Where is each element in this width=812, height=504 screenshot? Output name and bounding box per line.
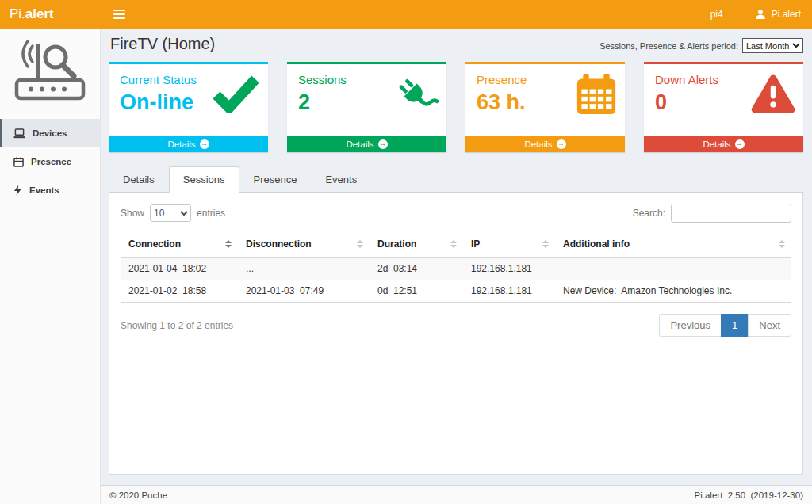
page-title: FireTV (Home) bbox=[109, 35, 215, 53]
show-label: Show bbox=[121, 208, 144, 219]
col-disconnection[interactable]: Disconnection bbox=[238, 231, 370, 258]
sidebar-item-events[interactable]: Events bbox=[0, 176, 100, 204]
sort-icon bbox=[779, 240, 785, 248]
period-label: Sessions, Presence & Alerts period: bbox=[599, 41, 738, 51]
version-label: Pi.alert 2.50 (2019-12-30) bbox=[695, 491, 803, 500]
pagination: Previous 1 Next bbox=[660, 314, 791, 337]
sessions-panel: Show 10 entries Search: bbox=[109, 193, 803, 475]
bolt-icon bbox=[13, 185, 22, 196]
warning-icon bbox=[751, 74, 795, 116]
summary-cards: Current Status On-line Details→ bbox=[109, 62, 803, 152]
card-down-alerts: Down Alerts 0 Details→ bbox=[644, 62, 803, 152]
arrow-right-icon: → bbox=[200, 139, 209, 149]
card-current-status: Current Status On-line Details→ bbox=[109, 62, 268, 152]
table-row: 2021-01-04 18:02 ... 2d 03:14 192.168.1.… bbox=[121, 258, 791, 281]
page-length-select[interactable]: 10 bbox=[150, 204, 191, 222]
card-details-link[interactable]: Details→ bbox=[644, 136, 803, 152]
sidebar-item-label: Events bbox=[29, 185, 59, 195]
hamburger-icon[interactable] bbox=[101, 0, 137, 29]
sort-icon bbox=[542, 240, 549, 248]
sessions-table: Connection Disconnection Duration bbox=[121, 231, 791, 303]
card-details-link[interactable]: Details→ bbox=[287, 136, 446, 152]
router-magnifier-icon bbox=[12, 40, 88, 101]
cell-connection: 2021-01-04 18:02 bbox=[121, 258, 238, 281]
cell-disconnection: ... bbox=[238, 258, 370, 281]
cell-additional-info bbox=[555, 258, 791, 281]
sidebar-item-label: Presence bbox=[31, 157, 71, 166]
brand-prefix: Pi. bbox=[10, 6, 25, 22]
brand-logo[interactable]: Pi.alert bbox=[0, 0, 101, 29]
sort-icon bbox=[450, 240, 457, 248]
app-footer: © 2020 Puche Pi.alert 2.50 (2019-12-30) bbox=[101, 485, 812, 504]
check-icon bbox=[211, 74, 260, 116]
card-sessions: Sessions 2 bbox=[287, 62, 446, 152]
col-connection[interactable]: Connection bbox=[121, 231, 238, 258]
pagination-next-button[interactable]: Next bbox=[748, 314, 791, 337]
tab-sessions[interactable]: Sessions bbox=[169, 166, 239, 193]
calendar-icon bbox=[13, 157, 24, 167]
pagination-page-1-button[interactable]: 1 bbox=[721, 314, 749, 337]
cell-ip: 192.168.1.181 bbox=[463, 258, 555, 281]
sidebar-nav: Devices Presence Events bbox=[0, 119, 100, 204]
cell-duration: 2d 03:14 bbox=[370, 258, 463, 281]
devices-icon bbox=[13, 128, 25, 139]
search-label: Search: bbox=[633, 208, 665, 219]
tab-presence[interactable]: Presence bbox=[239, 166, 312, 193]
cell-disconnection: 2021-01-03 07:49 bbox=[238, 280, 370, 303]
table-info: Showing 1 to 2 of 2 entries bbox=[121, 320, 233, 331]
arrow-right-icon: → bbox=[378, 139, 388, 149]
sidebar-item-devices[interactable]: Devices bbox=[0, 119, 100, 147]
cell-connection: 2021-01-02 18:58 bbox=[121, 280, 238, 303]
main-content: FireTV (Home) Sessions, Presence & Alert… bbox=[101, 29, 812, 485]
detail-tabs: Details Sessions Presence Events bbox=[109, 166, 803, 193]
user-name-label: Pi.alert bbox=[772, 9, 801, 20]
tab-events[interactable]: Events bbox=[311, 166, 371, 193]
arrow-right-icon: → bbox=[735, 139, 745, 149]
sidebar: Devices Presence Events bbox=[0, 29, 101, 504]
card-details-link[interactable]: Details→ bbox=[109, 136, 268, 152]
pagination-previous-button[interactable]: Previous bbox=[659, 314, 722, 337]
copyright-label: © 2020 Puche bbox=[109, 491, 167, 500]
col-ip[interactable]: IP bbox=[463, 231, 555, 258]
user-menu[interactable]: Pi.alert bbox=[744, 0, 812, 29]
top-navbar: Pi.alert pi4 Pi.alert bbox=[0, 0, 812, 29]
cell-ip: 192.168.1.181 bbox=[463, 280, 555, 303]
sort-icon bbox=[357, 240, 363, 248]
sort-icon bbox=[225, 240, 232, 248]
calendar-icon bbox=[576, 74, 617, 119]
card-details-link[interactable]: Details→ bbox=[465, 136, 625, 152]
cell-additional-info: New Device: Amazon Technologies Inc. bbox=[555, 280, 791, 303]
plug-icon bbox=[394, 74, 439, 121]
brand-bold: alert bbox=[25, 6, 54, 22]
pialert-logo bbox=[12, 40, 88, 105]
card-presence: Presence 63 h. bbox=[465, 62, 625, 152]
entries-label: entries bbox=[197, 208, 225, 219]
user-icon bbox=[755, 9, 766, 20]
table-row: 2021-01-02 18:58 2021-01-03 07:49 0d 12:… bbox=[121, 280, 791, 303]
col-duration[interactable]: Duration bbox=[370, 231, 463, 258]
arrow-right-icon: → bbox=[557, 139, 566, 149]
sidebar-item-presence[interactable]: Presence bbox=[0, 147, 100, 176]
period-select[interactable]: Last Month bbox=[742, 38, 803, 53]
cell-duration: 0d 12:51 bbox=[370, 280, 463, 303]
hostname-label: pi4 bbox=[710, 0, 723, 29]
sidebar-item-label: Devices bbox=[33, 128, 67, 138]
col-additional-info[interactable]: Additional info bbox=[555, 231, 791, 258]
search-input[interactable] bbox=[671, 204, 791, 223]
tab-details[interactable]: Details bbox=[109, 166, 169, 193]
